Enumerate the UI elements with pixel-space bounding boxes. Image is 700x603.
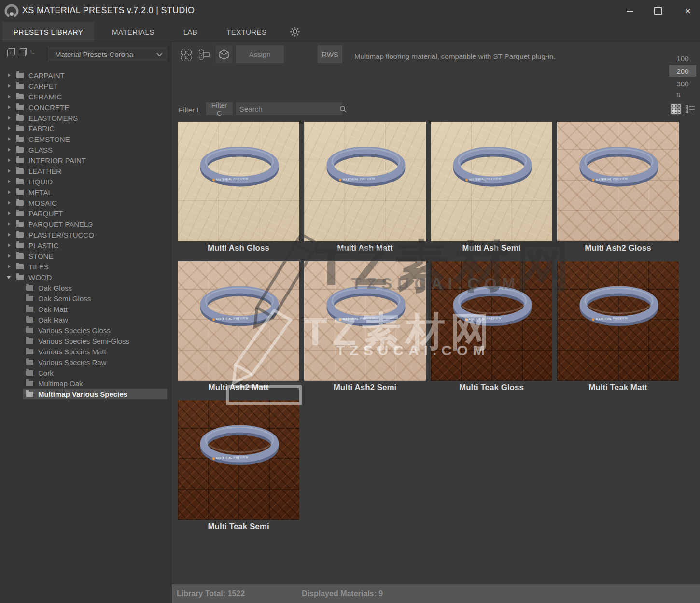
sidebar-item-label: Oak Matt [38,305,68,313]
tab-presets-library[interactable]: PRESETS LIBRARY [2,22,94,42]
sidebar-item-tiles[interactable]: TILES [0,261,171,272]
ring-logo-dot-icon [212,457,215,460]
expand-all-button[interactable]: + [7,50,15,57]
chevron-right-icon[interactable] [8,158,11,162]
chevron-right-icon[interactable] [8,73,11,77]
sidebar-item-stone[interactable]: STONE [0,251,171,261]
sidebar-item-elastomers[interactable]: ELASTOMERS [0,112,171,123]
material-tile-multi-ash-matt[interactable]: MATERIAL PREVIEW [304,122,426,241]
sidebar-item-metal[interactable]: METAL [0,187,171,197]
chevron-right-icon[interactable] [8,254,11,258]
chevron-right-icon[interactable] [8,148,11,152]
chevron-right-icon[interactable] [8,95,11,98]
chevron-right-icon[interactable] [8,126,11,130]
sidebar-item-fabric[interactable]: FABRIC [0,123,171,134]
sidebar-item-ceramic[interactable]: CERAMIC [0,91,171,102]
material-tile-multi-teak-semi[interactable]: MATERIAL PREVIEW [178,400,299,520]
material-tile-multi-teak-gloss[interactable]: MATERIAL PREVIEW [431,261,552,381]
maximize-button[interactable] [647,0,669,22]
sidebar-item-concrete[interactable]: CONCRETE [0,102,171,112]
chevron-right-icon[interactable] [8,105,11,109]
minimize-button[interactable] [619,0,641,22]
chevron-right-icon[interactable] [8,190,11,194]
chevron-right-icon[interactable] [8,201,11,205]
folder-icon [16,94,24,99]
chevron-right-icon[interactable] [8,180,11,183]
sidebar-item-label: LIQUID [28,178,53,186]
sidebar-item-cork[interactable]: Cork [0,367,171,378]
chevron-right-icon[interactable] [8,116,11,120]
material-tile-multi-ash-semi[interactable]: MATERIAL PREVIEW [431,122,552,241]
sidebar-item-label: Cork [38,369,54,377]
sidebar-item-oak-semi-gloss[interactable]: Oak Semi-Gloss [0,293,171,304]
sidebar-item-parquet[interactable]: PARQUET [0,208,171,219]
sidebar-item-parquet-panels[interactable]: PARQUET PANELS [0,219,171,229]
sidebar-item-wood[interactable]: WOOD [0,272,171,282]
folder-icon [16,232,24,238]
sidebar-item-label: Various Species Raw [38,358,106,366]
sidebar-item-label: Oak Gloss [38,284,72,292]
chevron-right-icon[interactable] [8,84,11,88]
chevron-right-icon[interactable] [8,137,11,141]
sidebar-item-multimap-oak[interactable]: Multimap Oak [0,378,171,389]
folder-icon [26,349,33,354]
chevron-right-icon[interactable] [8,211,11,215]
sidebar-item-interior-paint[interactable]: INTERIOR PAINT [0,155,171,166]
sidebar-sort-button[interactable]: ↑↓ [29,48,40,56]
maximize-icon [654,7,662,15]
sidebar-item-various-species-matt[interactable]: Various Species Matt [0,346,171,357]
chevron-down-icon[interactable] [7,276,11,279]
sidebar-item-plaster-stucco[interactable]: PLASTER/STUCCO [0,229,171,240]
sidebar-item-glass[interactable]: GLASS [0,144,171,155]
folder-icon [16,253,24,259]
material-tile-multi-teak-matt[interactable]: MATERIAL PREVIEW [557,261,679,381]
tab-textures[interactable]: TEXTURES [215,22,278,42]
sidebar-item-multimap-various-species[interactable]: Multimap Various Species [0,389,171,399]
folder-icon [26,370,33,376]
chevron-right-icon[interactable] [8,265,11,268]
sidebar-item-liquid[interactable]: LIQUID [0,176,171,187]
sidebar-item-mosaic[interactable]: MOSAIC [0,197,171,208]
collapse-all-icon: − [19,50,26,56]
sidebar-item-various-species-semi-gloss[interactable]: Various Species Semi-Gloss [0,336,171,346]
sidebar-item-label: FABRIC [28,125,55,133]
library-dropdown[interactable]: Material Presets Corona [50,47,167,61]
sidebar-item-label: INTERIOR PAINT [28,156,86,165]
folder-icon [16,158,24,163]
tab-lab[interactable]: LAB [172,22,209,42]
tab-materials[interactable]: MATERIALS [101,22,166,42]
material-tile-multi-ash2-gloss[interactable]: MATERIAL PREVIEW [557,122,679,241]
library-total: Library Total: 1522 [177,589,245,598]
material-tile-multi-ash2-semi[interactable]: MATERIAL PREVIEW [304,261,426,381]
sidebar-item-carpaint[interactable]: CARPAINT [0,70,171,81]
sidebar-item-oak-raw[interactable]: Oak Raw [0,314,171,325]
sidebar: + − ↑↓ Material Presets Corona CARPAINTC… [0,42,171,603]
chevron-right-icon[interactable] [8,233,11,237]
sidebar-item-label: PARQUET PANELS [28,220,93,228]
sidebar-item-various-species-raw[interactable]: Various Species Raw [0,357,171,367]
material-label-multi-ash-matt: Multi Ash Matt [304,243,426,255]
ring-logo-dot-icon [465,318,468,321]
ring-logo-dot-icon [212,318,215,321]
sidebar-item-oak-matt[interactable]: Oak Matt [0,304,171,314]
chevron-right-icon[interactable] [8,243,11,247]
collapse-all-button[interactable]: − [19,50,27,57]
material-tile-multi-ash2-matt[interactable]: MATERIAL PREVIEW [178,261,299,381]
sidebar-item-label: PARQUET [28,210,63,218]
material-tile-multi-ash-gloss[interactable]: MATERIAL PREVIEW [178,122,299,241]
app-window: XS MATERIAL PRESETS v.7.2.0 | STUDIO × P… [0,0,700,603]
chevron-right-icon[interactable] [8,222,11,226]
sidebar-item-label: CARPAINT [28,71,65,80]
material-label-multi-ash-gloss: Multi Ash Gloss [178,243,299,255]
sidebar-item-oak-gloss[interactable]: Oak Gloss [0,282,171,293]
sidebar-item-leather[interactable]: LEATHER [0,166,171,176]
settings-gear-button[interactable] [284,22,306,42]
sidebar-item-carpet[interactable]: CARPET [0,81,171,91]
sidebar-item-label: LEATHER [28,167,61,175]
material-preview-ring-icon [200,286,279,328]
chevron-right-icon[interactable] [8,169,11,173]
sidebar-item-plastic[interactable]: PLASTIC [0,240,171,251]
sidebar-item-various-species-gloss[interactable]: Various Species Gloss [0,325,171,336]
close-button[interactable]: × [677,0,699,22]
sidebar-item-gemstone[interactable]: GEMSTONE [0,134,171,144]
